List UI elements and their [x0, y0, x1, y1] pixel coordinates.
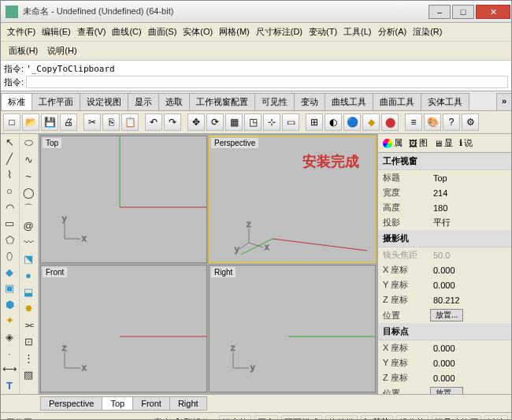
curve2-icon[interactable]: 〰 [20, 234, 36, 250]
move-icon[interactable]: ✥ [187, 113, 205, 131]
layers-icon[interactable]: ≡ [405, 113, 422, 131]
prop-height[interactable]: 180 [430, 203, 506, 213]
shade-icon[interactable]: ◐ [325, 113, 342, 131]
freeform-icon[interactable]: ~ [20, 168, 36, 184]
viewport-persp-label[interactable]: Perspective [211, 138, 258, 148]
menu-curve[interactable]: 曲线(C) [109, 24, 144, 39]
print-icon[interactable]: 🖨 [60, 113, 77, 131]
dim-icon[interactable]: ⟷ [2, 362, 17, 377]
view-tab-front[interactable]: Front [132, 396, 170, 411]
tab-select[interactable]: 选取 [158, 93, 190, 110]
menu-help[interactable]: 说明(H) [43, 43, 81, 58]
viewport-4-icon[interactable]: ⊞ [306, 113, 323, 131]
transform-icon[interactable]: ◈ [2, 329, 17, 345]
tab-solid-tools[interactable]: 实体工具 [421, 93, 469, 110]
status-units[interactable]: 毫米 [151, 416, 173, 420]
curve-icon[interactable]: ∿ [20, 151, 36, 167]
point-icon[interactable]: · [2, 345, 17, 361]
close-button[interactable]: ✕ [476, 5, 510, 19]
status-planar[interactable]: 平面模式 [281, 415, 322, 420]
help-icon[interactable]: ? [443, 113, 460, 131]
pointer-icon[interactable]: ↖ [2, 135, 17, 151]
views-icon[interactable]: ▭ [282, 113, 299, 131]
line-icon[interactable]: ╱ [2, 151, 17, 167]
menu-analyze[interactable]: 分析(A) [375, 24, 410, 39]
maximize-button[interactable]: □ [452, 5, 474, 19]
status-smarttrack[interactable]: 智慧轨 [361, 415, 393, 420]
paste-icon[interactable]: 📋 [121, 113, 139, 131]
menu-mesh[interactable]: 网格(M) [216, 24, 253, 39]
status-record[interactable]: 记录建构历 [432, 415, 481, 420]
menu-view[interactable]: 查看(V) [74, 24, 109, 39]
command-input[interactable] [26, 76, 508, 88]
surface-icon[interactable]: ◆ [2, 265, 17, 281]
tool-a-icon[interactable]: ◆ [362, 113, 380, 131]
tab-transform[interactable]: 变动 [294, 93, 325, 110]
viewport-front-label[interactable]: Front [43, 267, 67, 277]
ellipse-icon[interactable]: ⬯ [2, 248, 17, 264]
tube-icon[interactable]: ⬔ [20, 251, 36, 266]
arc-icon[interactable]: ◠ [2, 199, 17, 215]
status-gridsnap[interactable]: 锁定格 [219, 415, 251, 420]
prop-title[interactable]: Top [430, 173, 506, 183]
box-icon[interactable]: ▣ [2, 281, 17, 296]
new-icon[interactable]: □ [3, 113, 20, 131]
save-icon[interactable]: 💾 [41, 113, 58, 131]
hatch-icon[interactable]: ▨ [20, 366, 36, 382]
menu-dimension[interactable]: 尺寸标注(D) [253, 24, 306, 39]
tab-setview[interactable]: 设定视图 [80, 93, 128, 110]
status-gumball[interactable]: 操作轨 [396, 415, 429, 420]
panel-tab-properties[interactable]: 属 [380, 136, 406, 151]
menu-edit[interactable]: 编辑(E) [39, 24, 74, 39]
prop-cam-y[interactable]: 0.000 [430, 281, 506, 290]
status-cplane[interactable]: 工作平 [4, 416, 35, 420]
prop-cam-x[interactable]: 0.000 [430, 266, 506, 275]
rotate-icon[interactable]: ⟳ [206, 113, 224, 131]
place-camera-button[interactable]: 放置... [430, 309, 463, 322]
menu-surface[interactable]: 曲面(S) [145, 24, 180, 39]
tool-b-icon[interactable]: ⬤ [381, 113, 399, 131]
panel-tab-help[interactable]: ℹ说 [456, 136, 476, 151]
prop-cam-z[interactable]: 80.212 [430, 295, 506, 305]
explode-icon[interactable]: ✸ [20, 300, 36, 316]
tab-visibility[interactable]: 可见性 [254, 93, 295, 110]
status-osnap[interactable]: 物件锁 [325, 415, 358, 420]
open-icon[interactable]: 📂 [22, 113, 39, 131]
solid-icon[interactable]: ⬢ [2, 297, 17, 313]
prop-width[interactable]: 214 [430, 188, 506, 198]
axis-icon[interactable]: ⊹ [263, 113, 280, 131]
menu-render[interactable]: 渲染(R) [410, 24, 445, 39]
prop-projection[interactable]: 平行 [430, 217, 506, 229]
spiral-icon[interactable]: @ [20, 217, 36, 233]
tab-cplane[interactable]: 工作平面 [32, 93, 80, 110]
sphere-icon[interactable]: ● [20, 267, 36, 283]
prop-tgt-z[interactable]: 0.000 [430, 374, 506, 383]
prop-tgt-y[interactable]: 0.000 [430, 359, 506, 368]
render-icon[interactable]: 🔵 [343, 113, 361, 131]
mesh-icon[interactable]: ✦ [2, 313, 17, 329]
panel-tab-display[interactable]: 🖥显 [431, 136, 456, 151]
panel-tab-layers[interactable]: 🖼图 [406, 136, 431, 151]
cplane-icon[interactable]: ◳ [244, 113, 262, 131]
tab-surface-tools[interactable]: 曲面工具 [373, 93, 421, 110]
cut-icon[interactable]: ✂ [83, 113, 101, 131]
grid-icon[interactable]: ▦ [225, 113, 243, 131]
status-ortho[interactable]: 正交 [254, 415, 278, 420]
view-tab-perspective[interactable]: Perspective [40, 396, 102, 411]
viewport-perspective[interactable]: Perspective xyz 安装完成 [209, 136, 376, 263]
offset-icon[interactable]: ⊡ [20, 333, 36, 349]
place-target-button[interactable]: 放置... [430, 387, 463, 394]
redo-icon[interactable]: ↷ [164, 113, 181, 131]
view-tab-right[interactable]: Right [169, 396, 207, 411]
circle2-icon[interactable]: ◯ [20, 184, 36, 200]
lasso-icon[interactable]: ⬭ [20, 135, 36, 151]
circle-icon[interactable]: ○ [2, 184, 17, 199]
viewport-right[interactable]: Right yz [209, 265, 376, 392]
polyline-icon[interactable]: ⌇ [2, 167, 17, 183]
menu-transform[interactable]: 变动(T) [306, 24, 340, 39]
menu-file[interactable]: 文件(F) [4, 24, 39, 39]
prop-tgt-x[interactable]: 0.000 [430, 344, 506, 353]
viewport-right-label[interactable]: Right [211, 267, 236, 277]
status-filter[interactable]: 过速 [484, 415, 508, 420]
rect-icon[interactable]: ▭ [2, 216, 17, 232]
